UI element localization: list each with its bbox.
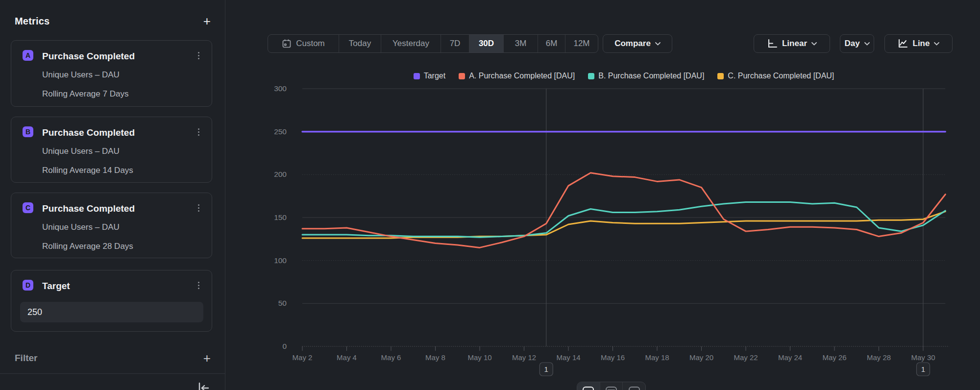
kebab-menu-icon[interactable]	[194, 50, 203, 61]
scale-label: Linear	[782, 39, 807, 49]
chart-view-button[interactable]	[577, 382, 600, 390]
chart-type-button[interactable]: Line	[884, 34, 953, 53]
range-yesterday[interactable]: Yesterday	[381, 35, 441, 52]
metric-card-c[interactable]: C Purchase Completed Unique Users – DAU …	[11, 193, 212, 258]
legend-item-target[interactable]: Target	[414, 72, 445, 80]
chart-type-label: Line	[913, 39, 930, 49]
y-axis-tick-label: 200	[274, 170, 287, 178]
range-label: 30D	[479, 39, 494, 49]
metric-transform[interactable]: Rolling Average 28 Days	[42, 242, 133, 251]
scale-button[interactable]: Linear	[754, 34, 830, 53]
chevron-down-icon	[655, 42, 661, 46]
metric-measure[interactable]: Unique Users – DAU	[42, 70, 120, 80]
legend-swatch	[717, 73, 724, 79]
target-value-input[interactable]	[20, 302, 203, 322]
target-title: Target	[42, 281, 70, 292]
range-label: Today	[349, 39, 371, 49]
card-view-button[interactable]	[623, 382, 645, 390]
metric-card-b[interactable]: B Purchase Completed Unique Users – DAU …	[11, 117, 212, 183]
sidebar: Metrics + A Purchase Completed Unique Us…	[0, 0, 225, 390]
range-today[interactable]: Today	[339, 35, 381, 52]
legend-swatch	[414, 73, 420, 79]
filter-title: Filter	[15, 353, 37, 364]
collapse-sidebar-icon[interactable]	[195, 380, 212, 390]
add-filter-button[interactable]: +	[203, 352, 211, 365]
compare-button[interactable]: Compare	[603, 34, 672, 53]
table-view-button[interactable]	[600, 382, 623, 390]
legend-item-a[interactable]: A. Purchase Completed [DAU]	[459, 72, 575, 80]
metrics-title: Metrics	[15, 16, 49, 27]
legend-label: C. Purchase Completed [DAU]	[728, 72, 834, 80]
x-axis-tick-label: May 2	[293, 353, 313, 362]
range-custom[interactable]: Custom	[268, 35, 339, 52]
metric-badge-d: D	[23, 280, 33, 291]
chart-legend: Target A. Purchase Completed [DAU] B. Pu…	[302, 72, 945, 80]
sidebar-divider	[0, 373, 225, 374]
y-axis-tick-label: 100	[274, 256, 287, 265]
target-card[interactable]: D Target	[11, 270, 212, 332]
legend-label: B. Purchase Completed [DAU]	[598, 72, 704, 80]
metric-title: Purchase Completed	[42, 203, 135, 214]
metric-badge-b: B	[23, 126, 33, 137]
legend-label: A. Purchase Completed [DAU]	[469, 72, 575, 80]
legend-swatch	[588, 73, 594, 79]
x-axis-tick-label: May 14	[556, 353, 580, 362]
x-axis-tick-label: May 8	[425, 353, 445, 362]
series-line-c[interactable]	[302, 212, 945, 238]
annotation-marker-label: 1	[544, 365, 548, 373]
series-line-b[interactable]	[302, 202, 945, 237]
x-axis-tick-label: May 16	[601, 353, 625, 362]
metric-measure[interactable]: Unique Users – DAU	[42, 222, 120, 232]
range-7d[interactable]: 7D	[441, 35, 469, 52]
filter-section: Filter +	[15, 352, 211, 365]
line-chart-icon	[898, 39, 908, 49]
chart-view-icon	[583, 387, 594, 390]
range-label: 3M	[515, 39, 527, 49]
kebab-menu-icon[interactable]	[194, 280, 203, 291]
view-toggle-group	[577, 382, 646, 390]
add-metric-button[interactable]: +	[203, 15, 211, 27]
x-axis-tick-label: May 28	[867, 353, 891, 362]
chevron-down-icon	[864, 42, 870, 46]
table-view-icon	[606, 387, 617, 390]
range-label: 12M	[573, 39, 589, 49]
metric-card-a[interactable]: A Purchase Completed Unique Users – DAU …	[11, 40, 212, 107]
legend-item-c[interactable]: C. Purchase Completed [DAU]	[717, 72, 834, 80]
x-axis-tick-label: May 18	[645, 353, 669, 362]
y-axis-tick-label: 250	[274, 127, 287, 136]
metric-title: Purchase Completed	[42, 127, 135, 138]
card-view-icon	[629, 387, 640, 390]
y-axis-tick-label: 150	[274, 213, 287, 221]
range-12m[interactable]: 12M	[565, 35, 598, 52]
calendar-icon	[282, 39, 292, 49]
date-range-selector: Custom Today Yesterday 7D 30D 3M 6M 12M	[268, 34, 598, 53]
metric-title: Purchase Completed	[42, 51, 135, 62]
compare-label: Compare	[614, 39, 651, 49]
metric-transform[interactable]: Rolling Average 7 Days	[42, 89, 128, 99]
y-axis-tick-label: 50	[278, 299, 287, 307]
metric-transform[interactable]: Rolling Average 14 Days	[42, 166, 133, 175]
metric-badge-a: A	[23, 50, 33, 61]
x-axis-tick-label: May 24	[778, 353, 802, 362]
granularity-label: Day	[844, 39, 859, 49]
x-axis-tick-label: May 30	[911, 353, 935, 362]
legend-swatch	[459, 73, 465, 79]
range-label: 6M	[546, 39, 558, 49]
legend-item-b[interactable]: B. Purchase Completed [DAU]	[588, 72, 704, 80]
x-axis-tick-label: May 22	[734, 353, 758, 362]
metric-measure[interactable]: Unique Users – DAU	[42, 146, 120, 156]
granularity-button[interactable]: Day	[840, 34, 874, 53]
range-3m[interactable]: 3M	[504, 35, 538, 52]
range-30d[interactable]: 30D	[469, 35, 504, 52]
x-axis-tick-label: May 6	[381, 353, 401, 362]
range-label: Custom	[296, 39, 325, 49]
linear-scale-icon	[767, 39, 778, 49]
legend-label: Target	[424, 72, 445, 80]
range-label: 7D	[450, 39, 461, 49]
annotation-marker-label: 1	[921, 365, 925, 373]
kebab-menu-icon[interactable]	[194, 202, 203, 213]
metric-badge-c: C	[23, 202, 33, 213]
x-axis-tick-label: May 4	[337, 353, 357, 362]
range-6m[interactable]: 6M	[538, 35, 565, 52]
kebab-menu-icon[interactable]	[194, 126, 203, 137]
